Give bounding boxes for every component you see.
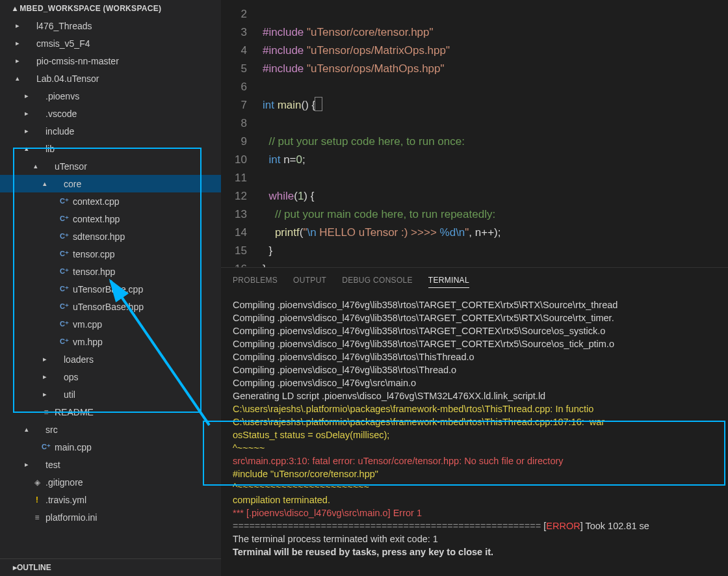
twisty-icon: ▸ — [22, 460, 31, 469]
tree-item-label: tensor.hpp — [73, 267, 115, 277]
code-line[interactable] — [263, 114, 501, 133]
tree-item-label: vm.cpp — [73, 319, 102, 330]
panel-tab-terminal[interactable]: TERMINAL — [428, 273, 469, 288]
tree-item-label: loaders — [64, 354, 94, 365]
tree-item-label: core — [64, 179, 81, 189]
code-line[interactable] — [263, 5, 501, 23]
terminal-line: The terminal process terminated with exi… — [233, 532, 716, 545]
terminal-output[interactable]: Compiling .pioenvs\disco_l476vg\lib358\r… — [221, 292, 728, 576]
line-number: 11 — [221, 169, 247, 187]
tree-item-label: uTensorBase.cpp — [73, 284, 143, 295]
code-editor[interactable]: 2345678910111213141516 #include "uTensor… — [221, 0, 728, 267]
tree-item-main-cpp[interactable]: C⁺main.cpp — [0, 438, 221, 456]
twisty-icon: ▸ — [13, 57, 22, 65]
tree-item-cmsis-v5-f4[interactable]: ▸cmsis_v5_F4 — [0, 34, 221, 52]
code-line[interactable]: int n=0; — [263, 151, 501, 169]
line-number: 3 — [221, 23, 247, 42]
twisty-icon: ▸ — [22, 109, 31, 118]
terminal-line: Compiling .pioenvs\disco_l476vg\src\main… — [233, 376, 716, 389]
tree-item-vm-cpp[interactable]: C⁺vm.cpp — [0, 315, 221, 333]
file-icon: C⁺ — [58, 285, 70, 293]
tree-item-tensor-hpp[interactable]: C⁺tensor.hpp — [0, 263, 221, 280]
tree-item-loaders[interactable]: ▸loaders — [0, 350, 221, 368]
code-line[interactable]: #include "uTensor/ops/MatrixOps.hpp" — [263, 42, 501, 60]
panel-tab-output[interactable]: OUTPUT — [293, 273, 326, 288]
tree-item--pioenvs[interactable]: ▸.pioenvs — [0, 87, 221, 105]
outline-label: OUTLINE — [17, 563, 51, 572]
code-line[interactable] — [263, 78, 501, 96]
tree-item-include[interactable]: ▸include — [0, 122, 221, 140]
terminal-line: C:\users\rajeshs\.platformio\packages\fr… — [233, 402, 716, 415]
tree-item-test[interactable]: ▸test — [0, 456, 221, 473]
code-line[interactable]: int main() { — [263, 96, 501, 114]
tree-item-sdtensor-hpp[interactable]: C⁺sdtensor.hpp — [0, 228, 221, 245]
line-number: 13 — [221, 205, 247, 224]
tree-item-pio-cmsis-nn-master[interactable]: ▸pio-cmsis-nn-master — [0, 52, 221, 70]
tree-item-label: main.cpp — [55, 442, 92, 452]
twisty-icon: ▴ — [22, 425, 31, 434]
tree-item-ops[interactable]: ▸ops — [0, 368, 221, 386]
tree-item-label: cmsis_v5_F4 — [36, 38, 90, 49]
tree-item-utensorbase-cpp[interactable]: C⁺uTensorBase.cpp — [0, 280, 221, 298]
tree-item-context-hpp[interactable]: C⁺context.hpp — [0, 210, 221, 228]
file-icon: C⁺ — [58, 320, 70, 328]
tree-item-label: ops — [64, 372, 79, 382]
tree-item-lib[interactable]: ▴lib — [0, 140, 221, 157]
tree-item-src[interactable]: ▴src — [0, 421, 221, 438]
line-number: 14 — [221, 224, 247, 242]
tree-item--vscode[interactable]: ▸.vscode — [0, 105, 221, 122]
terminal-line: osStatus_t status = osDelay(millisec); — [233, 428, 716, 441]
code-line[interactable]: // put your main code here, to run repea… — [263, 205, 501, 224]
tree-item-l476-threads[interactable]: ▸l476_Threads — [0, 17, 221, 34]
code-line[interactable]: // put your setup code here, to run once… — [263, 133, 501, 151]
tree-item-utensorbase-hpp[interactable]: C⁺uTensorBase.hpp — [0, 298, 221, 315]
line-number: 15 — [221, 242, 247, 260]
twisty-icon: ▴ — [13, 74, 22, 83]
tree-item--travis-yml[interactable]: !.travis.yml — [0, 491, 221, 508]
code-line[interactable]: #include "uTensor/ops/MathOps.hpp" — [263, 60, 501, 78]
tree-item-label: src — [46, 425, 58, 435]
terminal-line: Compiling .pioenvs\disco_l476vg\lib358\r… — [233, 324, 716, 337]
tree-item-label: vm.hpp — [73, 337, 103, 347]
tree-item-context-cpp[interactable]: C⁺context.cpp — [0, 192, 221, 210]
tree-item-lab-04-utensor[interactable]: ▴Lab.04.uTensor — [0, 70, 221, 87]
outline-section[interactable]: ▸ OUTLINE — [0, 558, 221, 576]
panel-tab-debug-console[interactable]: DEBUG CONSOLE — [342, 273, 413, 288]
tree-item-label: context.hpp — [73, 214, 120, 224]
tree-item-label: Lab.04.uTensor — [36, 73, 99, 84]
twisty-icon: ▴ — [40, 179, 49, 188]
code-line[interactable]: } — [263, 242, 501, 260]
file-icon: ≡ — [40, 408, 52, 417]
terminal-line: *** [.pioenvs\disco_l476vg\src\main.o] E… — [233, 506, 716, 519]
twisty-icon: ▴ — [31, 162, 40, 170]
tree-item-utensor[interactable]: ▴uTensor — [0, 157, 221, 175]
twisty-icon: ▸ — [22, 92, 31, 100]
tree-item-label: pio-cmsis-nn-master — [36, 56, 119, 66]
tree-item-label: util — [64, 389, 75, 400]
terminal-line: ^~~~~~~~~~~~~~~~~~~~~~~~~ — [233, 480, 716, 493]
tree-item-vm-hpp[interactable]: C⁺vm.hpp — [0, 333, 221, 350]
code-content[interactable]: #include "uTensor/core/tensor.hpp"#inclu… — [257, 0, 501, 267]
code-line[interactable]: } — [263, 260, 501, 267]
line-number: 10 — [221, 151, 247, 169]
tree-item-readme[interactable]: ≡README — [0, 403, 221, 421]
twisty-icon: ▸ — [40, 390, 49, 399]
code-line[interactable]: printf("\n HELLO uTensor :) >>>> %d\n", … — [263, 224, 501, 242]
tree-item-platformio-ini[interactable]: ≡platformio.ini — [0, 508, 221, 526]
main-area: 2345678910111213141516 #include "uTensor… — [221, 0, 728, 576]
terminal-line: Compiling .pioenvs\disco_l476vg\lib358\r… — [233, 298, 716, 311]
code-line[interactable] — [263, 169, 501, 187]
line-number: 16 — [221, 260, 247, 267]
file-icon: C⁺ — [58, 250, 70, 258]
tree-item-util[interactable]: ▸util — [0, 386, 221, 403]
tree-item-tensor-cpp[interactable]: C⁺tensor.cpp — [0, 245, 221, 263]
code-line[interactable]: #include "uTensor/core/tensor.hpp" — [263, 23, 501, 42]
twisty-icon: ▸ — [13, 21, 22, 30]
code-line[interactable]: while(1) { — [263, 187, 501, 205]
panel-tab-problems[interactable]: PROBLEMS — [233, 273, 278, 288]
line-number: 9 — [221, 133, 247, 151]
terminal-line: Terminal will be reused by tasks, press … — [233, 545, 716, 558]
tree-item-core[interactable]: ▴core — [0, 175, 221, 192]
workspace-header[interactable]: ▴ MBED_WORKSPACE (WORKSPACE) — [0, 0, 221, 17]
tree-item--gitignore[interactable]: ◈.gitignore — [0, 473, 221, 491]
